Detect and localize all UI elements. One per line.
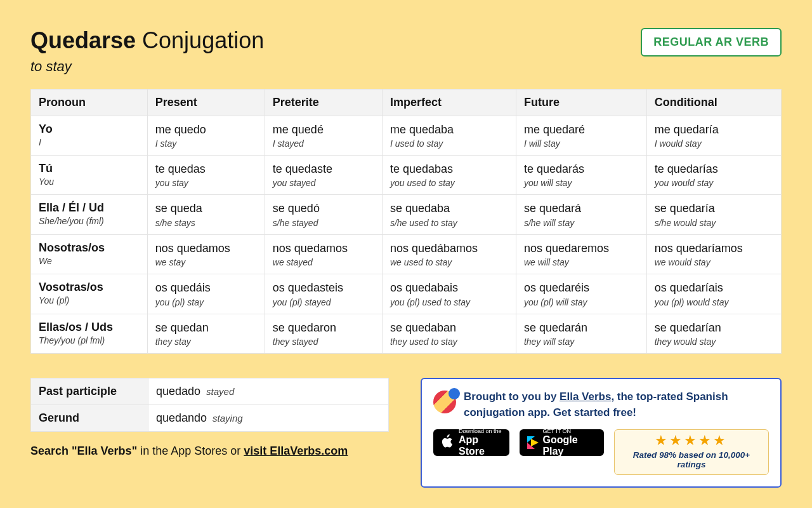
participle-form: quedado	[156, 385, 200, 398]
title-block: Quedarse Conjugation to stay	[30, 28, 264, 75]
table-header-row: PronounPresentPreteriteImperfectFutureCo…	[31, 89, 782, 116]
column-header: Present	[147, 89, 265, 116]
conjugated-translation: you stayed	[273, 178, 374, 188]
conjugated-translation: we would stay	[655, 257, 773, 267]
conjugated-translation: you would stay	[655, 178, 773, 188]
participle-translation: stayed	[206, 386, 234, 397]
conjugated-form: nos quedábamos	[390, 241, 508, 256]
participle-label: Past participle	[31, 378, 148, 404]
conjugation-cell: se quedaránthey will stay	[516, 314, 646, 353]
pronoun-cell: Ellas/os / UdsThey/you (pl fml)	[31, 314, 148, 353]
play-big: Google Play	[542, 434, 596, 457]
play-small: GET IT ON	[542, 429, 596, 434]
star-icons: ★★★★★	[624, 434, 759, 448]
conjugated-form: te quedabas	[390, 162, 508, 177]
conjugation-table: PronounPresentPreteriteImperfectFutureCo…	[30, 89, 782, 354]
verb-name: Quedarse	[30, 27, 136, 53]
table-row: Ella / Él / UdShe/he/you (fml)se quedas/…	[31, 195, 782, 234]
conjugated-translation: they used to stay	[390, 337, 508, 347]
appstore-big: App Store	[459, 434, 502, 457]
conjugated-form: te quedas	[155, 162, 257, 177]
verb-type-badge: REGULAR AR VERB	[641, 28, 782, 57]
conjugation-cell: me quedaríaI would stay	[646, 116, 781, 155]
conjugated-form: os quedaríais	[655, 281, 773, 295]
conjugated-translation: we will stay	[524, 257, 639, 267]
column-header: Preterite	[265, 89, 382, 116]
conjugated-translation: we stay	[155, 257, 257, 267]
conjugated-form: me quedé	[273, 123, 374, 137]
conjugated-form: se quedaron	[273, 321, 374, 335]
table-body: YoIme quedoI stayme quedéI stayedme qued…	[31, 116, 782, 353]
conjugated-translation: you used to stay	[390, 178, 508, 188]
conjugated-form: te quedarías	[655, 162, 773, 177]
conjugated-translation: s/he stays	[155, 218, 257, 228]
pronoun-cell: Vosotras/osYou (pl)	[31, 274, 148, 314]
conjugation-cell: te quedarásyou will stay	[516, 155, 646, 194]
pronoun-translation: They/you (pl fml)	[39, 335, 140, 345]
conjugated-translation: you (pl) stay	[155, 297, 257, 307]
rating-text: Rated 98% based on 10,000+ ratings	[624, 450, 759, 469]
promo-top: Brought to you by Ella Verbs, the top-ra…	[433, 389, 769, 420]
conjugation-cell: os quedasteisyou (pl) stayed	[265, 274, 382, 314]
table-row: Nosotras/osWenos quedamoswe staynos qued…	[31, 234, 782, 274]
conjugated-form: se quedaría	[655, 201, 773, 216]
participle-translation: staying	[213, 413, 243, 424]
pronoun-translation: You (pl)	[39, 295, 140, 305]
conjugated-translation: I used to stay	[390, 138, 508, 149]
conjugation-cell: te quedasteyou stayed	[265, 155, 382, 194]
conjugated-form: te quedaste	[273, 162, 374, 177]
participle-value-cell: quedando staying	[148, 404, 389, 431]
app-store-button[interactable]: Download on the App Store	[433, 429, 509, 456]
promo-box: Brought to you by Ella Verbs, the top-ra…	[421, 378, 782, 488]
conjugation-cell: os quedaríaisyou (pl) would stay	[646, 274, 781, 314]
conjugation-cell: se quedarás/he will stay	[516, 195, 646, 234]
app-logo-icon	[433, 391, 456, 413]
conjugated-translation: s/he stayed	[273, 218, 374, 228]
conjugated-translation: you (pl) will stay	[524, 297, 639, 307]
conjugated-translation: we used to stay	[390, 257, 508, 267]
promo-pre: Brought to you by	[464, 391, 560, 403]
conjugated-form: me quedaría	[655, 123, 773, 137]
conjugation-cell: os quedabaisyou (pl) used to stay	[382, 274, 516, 314]
conjugated-translation: they would stay	[655, 337, 773, 347]
pronoun: Ella / Él / Ud	[39, 201, 140, 215]
pronoun-translation: I	[39, 137, 140, 147]
left-bottom: Past participlequedado stayedGerundqueda…	[30, 378, 389, 458]
promo-brand-link[interactable]: Ella Verbs	[560, 391, 611, 403]
promo-buttons-row: Download on the App Store GET IT ON Goog…	[433, 429, 769, 475]
pronoun: Tú	[39, 162, 140, 175]
conjugated-form: os quedasteis	[273, 281, 374, 295]
pronoun-cell: Nosotras/osWe	[31, 234, 148, 274]
ellaverbs-link[interactable]: visit EllaVerbs.com	[244, 444, 348, 457]
conjugation-cell: te quedasyou stay	[147, 155, 265, 194]
participle-table: Past participlequedado stayedGerundqueda…	[30, 378, 389, 432]
header: Quedarse Conjugation to stay REGULAR AR …	[30, 28, 782, 75]
search-bold: Search "Ella Verbs"	[30, 444, 137, 457]
conjugated-form: nos quedaríamos	[655, 241, 773, 256]
conjugation-cell: nos quedaremoswe will stay	[516, 234, 646, 274]
google-play-button[interactable]: GET IT ON Google Play	[520, 429, 604, 456]
conjugated-translation: you (pl) would stay	[655, 297, 773, 307]
participle-value-cell: quedado stayed	[148, 378, 389, 404]
conjugation-cell: nos quedaríamoswe would stay	[646, 234, 781, 274]
participle-row: Gerundquedando staying	[31, 404, 389, 431]
conjugated-form: se queda	[155, 201, 257, 216]
conjugated-form: me quedo	[155, 123, 257, 137]
conjugated-form: se quedaban	[390, 321, 508, 335]
conjugation-cell: os quedaréisyou (pl) will stay	[516, 274, 646, 314]
conjugated-translation: s/he would stay	[655, 218, 773, 228]
conjugated-form: se quedó	[273, 201, 374, 216]
pronoun: Vosotras/os	[39, 281, 140, 294]
conjugation-cell: os quedáisyou (pl) stay	[147, 274, 265, 314]
conjugated-translation: I stay	[155, 138, 257, 149]
conjugated-translation: you will stay	[524, 178, 639, 188]
pronoun-cell: TúYou	[31, 155, 148, 194]
google-play-icon	[527, 436, 537, 449]
search-mid: in the App Stores or	[137, 444, 244, 457]
conjugated-translation: they stayed	[273, 337, 374, 347]
title-rest: Conjugation	[136, 27, 264, 53]
conjugated-form: nos quedaremos	[524, 241, 639, 256]
appstore-small: Download on the	[459, 429, 502, 434]
search-line: Search "Ella Verbs" in the App Stores or…	[30, 444, 389, 458]
conjugated-translation: you stay	[155, 178, 257, 188]
